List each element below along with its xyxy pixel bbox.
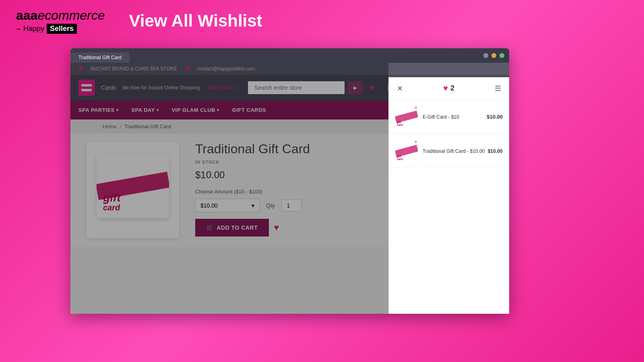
chevron-down-icon-2: ▾ xyxy=(157,108,159,112)
cards-label: Cards xyxy=(101,84,116,91)
wishlist-heart-panel-icon: ♥ xyxy=(443,84,448,93)
logo-prefix: aaa xyxy=(16,8,37,23)
breadcrumb-separator: › xyxy=(120,124,121,129)
browser-tabs: Traditional Gift Card xyxy=(70,48,130,63)
wishlist-item-1: giftcard ⚙ E-Gift Card - $10 $10.00 xyxy=(389,100,509,134)
nav-label-vip: VIP GLAM CLUB xyxy=(171,107,215,113)
wishlist-item-1-name: E-Gift Card - $10 xyxy=(423,114,459,120)
search-button[interactable]: ► xyxy=(348,81,363,94)
browser-dot-gray xyxy=(483,53,488,58)
browser-window: Traditional Gift Card INSTANT BRAND & CA… xyxy=(70,48,509,314)
wishlist-item-2-info: Traditional Gift Card - $10.00 $10.00 xyxy=(423,147,503,154)
nav-item-gift-cards[interactable]: GIFT CARDS xyxy=(232,101,266,119)
browser-dot-orange xyxy=(491,53,496,58)
nav-label-gift-cards: GIFT CARDS xyxy=(232,107,266,113)
smile-icon: ⌣ xyxy=(16,25,21,33)
notif-item-1: INSTANT BRAND & CARD SPA STORE xyxy=(91,66,177,72)
see-options-link[interactable]: See Options » xyxy=(208,85,238,90)
logo-sellers: Sellers xyxy=(47,24,77,34)
notif-bar: INSTANT BRAND & CARD SPA STORE contact@h… xyxy=(70,63,509,75)
browser-titlebar: Traditional Gift Card xyxy=(70,48,509,63)
logo-suffix: ecommerce xyxy=(37,8,105,23)
top-bar: aaaecommerce ⌣ Happy Sellers View All Wi… xyxy=(0,0,644,42)
notif-dot-2 xyxy=(185,67,189,71)
wishlist-item-1-image: giftcard ⚙ xyxy=(395,105,418,128)
logo: aaaecommerce ⌣ Happy Sellers xyxy=(16,8,105,34)
cart-icon-btn: 🛒 xyxy=(206,224,214,231)
wishlist-close-button[interactable]: ✕ xyxy=(397,84,403,93)
wishlist-menu-button[interactable]: ☰ xyxy=(495,84,501,93)
nav-label-spa-parties: SPA PARTIES xyxy=(78,107,115,113)
wishlist-panel-header: ✕ ♥ 2 ☰ xyxy=(389,77,509,100)
logo-text: aaaecommerce xyxy=(16,8,105,23)
wishlist-heart-button[interactable]: ♥ xyxy=(274,222,279,233)
store-logo xyxy=(78,80,95,96)
gift-card-bg: gift card xyxy=(97,154,169,218)
search-input[interactable] xyxy=(248,81,345,94)
chevron-down-icon: ▾ xyxy=(116,108,119,112)
wishlist-item-2-image: giftcard ⚙ xyxy=(395,140,418,162)
add-to-cart-label: ADD TO CART xyxy=(217,224,258,231)
wishlist-item-2: giftcard ⚙ Traditional Gift Card - $10.0… xyxy=(389,134,509,168)
browser-tab-active[interactable]: Traditional Gift Card xyxy=(70,52,130,63)
tab-label: Traditional Gift Card xyxy=(78,55,122,60)
logo-sub: ⌣ Happy Sellers xyxy=(16,24,105,34)
page-title: View All Wishlist xyxy=(129,11,262,31)
nav-item-spa-parties[interactable]: SPA PARTIES ▾ xyxy=(78,101,118,119)
svg-rect-1 xyxy=(81,86,92,89)
wishlist-item-2-ribbon: giftcard ⚙ xyxy=(395,140,418,162)
amount-value: $10.00 xyxy=(200,202,218,209)
product-image: gift card xyxy=(87,142,179,238)
breadcrumb-current: Traditional Gift Card xyxy=(124,123,171,130)
wishlist-count: 2 xyxy=(450,84,454,93)
browser-dot-green xyxy=(500,53,504,58)
select-chevron-icon: ▾ xyxy=(252,202,254,209)
nav-item-vip[interactable]: VIP GLAM CLUB ▾ xyxy=(171,101,219,119)
notif-dot-1 xyxy=(78,67,83,71)
wishlist-count-area: ♥ 2 xyxy=(443,84,454,93)
amount-select[interactable]: $10.00 ▾ xyxy=(195,199,260,212)
add-to-cart-button[interactable]: 🛒 ADD TO CART xyxy=(195,219,269,237)
gift-card-visual: gift card xyxy=(93,150,173,230)
qty-label: Qty xyxy=(266,202,275,209)
nav-item-spa-day[interactable]: SPA DAY ▾ xyxy=(131,101,159,119)
wishlist-icon[interactable]: ♥ xyxy=(369,83,374,93)
notif-item-2: contact@happysellers.com xyxy=(197,66,255,72)
breadcrumb-home[interactable]: Home xyxy=(103,123,117,130)
search-area: ► xyxy=(248,81,363,94)
gift-card-text: gift card xyxy=(103,192,121,212)
wishlist-item-1-info: E-Gift Card - $10 xyxy=(423,113,482,120)
wishlist-item-1-price: $10.00 xyxy=(487,114,503,120)
wishlist-item-1-ribbon: giftcard ⚙ xyxy=(395,105,418,128)
wishlist-panel: ✕ ♥ 2 ☰ giftcard ⚙ xyxy=(388,77,509,314)
wishlist-item-2-name: Traditional Gift Card - $10.00 xyxy=(423,148,486,154)
chevron-down-icon-3: ▾ xyxy=(217,108,219,112)
logo-happy: Happy xyxy=(23,25,44,33)
nav-label-spa-day: SPA DAY xyxy=(131,107,155,113)
promo-text: ble Now for Instant Online Shopping. xyxy=(122,85,201,90)
qty-input[interactable] xyxy=(281,200,301,212)
store-page: INSTANT BRAND & CARD SPA STORE contact@h… xyxy=(70,63,509,314)
wishlist-item-2-price-inline: $10.00 xyxy=(488,148,503,154)
